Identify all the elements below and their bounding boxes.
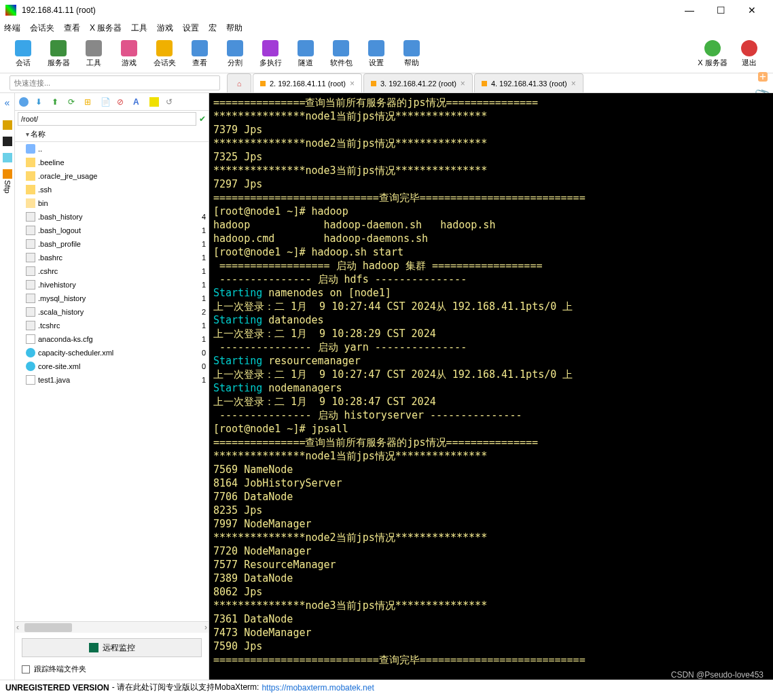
close-tab-icon[interactable]: ×	[350, 79, 355, 88]
delete-icon[interactable]: ⊘	[117, 97, 126, 107]
h-scrollbar[interactable]	[15, 621, 209, 633]
tool-会话夹[interactable]: 会话夹	[147, 40, 182, 68]
side-会话夹[interactable]: 会话夹	[2, 120, 12, 131]
menu-X 服务器[interactable]: X 服务器	[90, 22, 122, 34]
tool-icon	[156, 40, 173, 56]
menu-帮助[interactable]: 帮助	[226, 22, 242, 34]
monitor-icon	[89, 643, 98, 652]
tool-会话[interactable]: 会话	[5, 40, 41, 68]
tool-分割[interactable]: 分割	[217, 40, 253, 68]
close-button[interactable]: ✕	[736, 0, 768, 20]
file-icon	[26, 171, 35, 181]
tool-工具[interactable]: 工具	[76, 40, 111, 68]
newfile-icon[interactable]: 📄	[101, 97, 110, 107]
side-工具[interactable]: 工具	[2, 137, 12, 147]
file-icon	[26, 294, 35, 303]
file-row[interactable]: .ssh	[15, 183, 209, 196]
add-tab-icon[interactable]: +	[758, 72, 768, 82]
watermark: CSDN @Pseudo-love453	[671, 670, 763, 680]
menubar: 终端会话夹查看X 服务器工具游戏设置宏帮助	[0, 20, 773, 35]
file-row[interactable]: bin	[15, 196, 209, 210]
file-row[interactable]: .bash_logout1	[15, 224, 209, 237]
tool-多执行[interactable]: 多执行	[253, 40, 288, 68]
tool-游戏[interactable]: 游戏	[111, 40, 147, 68]
highlight-icon[interactable]	[149, 97, 159, 107]
terminal[interactable]: ===============查询当前所有服务器的jps情况==========…	[209, 93, 773, 680]
tool-icon	[262, 40, 278, 56]
file-row[interactable]: .bash_profile1	[15, 237, 209, 251]
file-row[interactable]: capacity-scheduler.xml0	[15, 346, 209, 360]
lightning-icon	[482, 81, 487, 86]
tab-session[interactable]: 3. 192.168.41.22 (root)×	[363, 73, 473, 92]
tool-查看[interactable]: 查看	[182, 40, 217, 68]
tab-home[interactable]: ⌂	[227, 73, 251, 92]
tool-退出[interactable]: 退出	[731, 40, 768, 68]
file-row[interactable]: .scala_history2	[15, 305, 209, 319]
sftp-panel: ⬇ ⬆ ⟳ ⊞ 📄 ⊘ A ↺ ✔ ▾ 名称 ...beeline.oracle…	[15, 93, 209, 680]
file-icon	[26, 158, 35, 167]
menu-查看[interactable]: 查看	[64, 22, 80, 34]
file-icon	[26, 253, 35, 262]
close-tab-icon[interactable]: ×	[461, 79, 465, 88]
download-icon[interactable]: ⬇	[35, 97, 45, 107]
file-icon	[26, 226, 35, 235]
follow-checkbox[interactable]	[22, 665, 30, 673]
tool-X 服务器[interactable]: X 服务器	[694, 40, 731, 68]
tool-icon	[15, 40, 31, 56]
tool-icon	[704, 40, 721, 56]
newfolder-icon[interactable]: ⊞	[84, 97, 94, 107]
remote-monitor-button[interactable]: 远程监控	[22, 638, 202, 657]
maximize-button[interactable]: ☐	[705, 0, 736, 20]
close-tab-icon[interactable]: ×	[571, 79, 576, 88]
file-row[interactable]: .bash_history4	[15, 210, 209, 224]
menu-会话夹[interactable]: 会话夹	[30, 22, 54, 34]
window-title: 192.168.41.11 (root)	[22, 5, 674, 15]
tool-软件包[interactable]: 软件包	[323, 40, 359, 68]
file-icon	[26, 307, 35, 317]
history-icon[interactable]: ↺	[166, 97, 175, 107]
letter-icon[interactable]: A	[133, 97, 143, 107]
toolbar: 会话服务器工具游戏会话夹查看分割多执行隧道软件包设置帮助X 服务器退出	[0, 35, 773, 73]
tab-session[interactable]: 2. 192.168.41.11 (root)×	[253, 73, 362, 92]
tool-帮助[interactable]: 帮助	[394, 40, 429, 68]
quick-connect-input[interactable]	[10, 75, 220, 90]
file-row[interactable]: .hivehistory1	[15, 278, 209, 292]
minimize-button[interactable]: —	[674, 0, 705, 20]
tab-session[interactable]: 4. 192.168.41.33 (root)×	[474, 73, 583, 92]
side-宏[interactable]: 宏	[2, 153, 12, 164]
tool-icon	[333, 40, 349, 56]
sftp-path-input[interactable]	[18, 112, 196, 126]
file-row[interactable]: .bashrc1	[15, 251, 209, 264]
file-row[interactable]: .beeline	[15, 156, 209, 169]
lightning-icon	[371, 81, 376, 86]
upload-icon[interactable]: ⬆	[52, 97, 61, 107]
side-Sftp[interactable]: Sftp	[2, 169, 12, 194]
refresh-icon[interactable]: ⟳	[68, 97, 77, 107]
file-icon	[26, 212, 35, 222]
file-row[interactable]: ..	[15, 142, 209, 156]
menu-宏[interactable]: 宏	[209, 22, 217, 34]
tool-设置[interactable]: 设置	[359, 40, 394, 68]
file-list[interactable]: ...beeline.oracle_jre_usage.sshbin.bash_…	[15, 142, 209, 621]
file-header[interactable]: ▾ 名称	[15, 127, 209, 142]
file-icon	[26, 266, 35, 276]
status-link[interactable]: https://mobaxterm.mobatek.net	[262, 683, 374, 693]
file-row[interactable]: anaconda-ks.cfg1	[15, 332, 209, 346]
file-icon	[26, 362, 35, 371]
file-row[interactable]: .mysql_history1	[15, 292, 209, 305]
tool-隧道[interactable]: 隧道	[288, 40, 323, 68]
menu-工具[interactable]: 工具	[131, 22, 147, 34]
menu-终端[interactable]: 终端	[4, 22, 20, 34]
collapse-icon[interactable]: «	[5, 97, 10, 108]
file-row[interactable]: .cshrc1	[15, 264, 209, 278]
menu-游戏[interactable]: 游戏	[157, 22, 173, 34]
file-row[interactable]: .tcshrc1	[15, 319, 209, 332]
file-row[interactable]: test1.java1	[15, 373, 209, 387]
app-icon	[5, 5, 16, 16]
tool-服务器[interactable]: 服务器	[41, 40, 76, 68]
file-row[interactable]: .oracle_jre_usage	[15, 169, 209, 183]
globe-icon[interactable]	[19, 97, 29, 107]
file-row[interactable]: core-site.xml0	[15, 360, 209, 373]
tool-icon	[50, 40, 67, 56]
menu-设置[interactable]: 设置	[183, 22, 199, 34]
